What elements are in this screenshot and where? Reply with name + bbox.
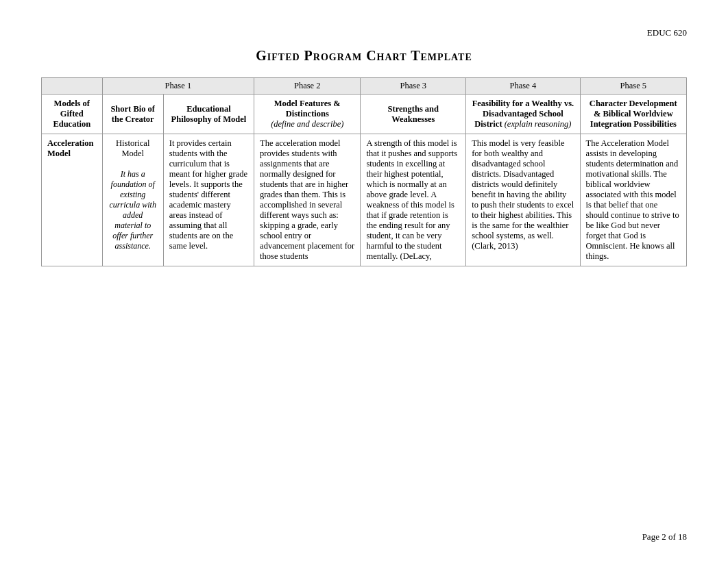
phase-header-row: Phase 1 Phase 2 Phase 3 Phase 4 Phase 5 xyxy=(42,78,687,95)
bio-text: It has a foundation of existing curricul… xyxy=(108,169,158,251)
model-name: Acceleration Model xyxy=(42,134,103,266)
features-cell: The acceleration model provides students… xyxy=(254,134,361,266)
col2-header: Short Bio of the Creator xyxy=(102,95,163,134)
col4-header: Model Features & Distinctions (define an… xyxy=(254,95,361,134)
strengths-cell: A strength of this model is that it push… xyxy=(361,134,466,266)
main-table: Phase 1 Phase 2 Phase 3 Phase 4 Phase 5 … xyxy=(41,77,687,266)
table-row: Acceleration Model Historical Model It h… xyxy=(42,134,687,266)
col-header-row: Models of Gifted Education Short Bio of … xyxy=(42,95,687,134)
bio-cell: Historical Model It has a foundation of … xyxy=(102,134,163,266)
course-code: EDUC 620 xyxy=(647,27,687,38)
phase-3-header: Phase 3 xyxy=(361,78,466,95)
character-cell: The Acceleration Model assists in develo… xyxy=(580,134,686,266)
col6-header: Feasibility for a Wealthy vs. Disadvanta… xyxy=(466,95,580,134)
col7-header: Character Development & Biblical Worldvi… xyxy=(580,95,686,134)
philosophy-cell: It provides certain students with the cu… xyxy=(163,134,254,266)
col5-header: Strengths and Weaknesses xyxy=(361,95,466,134)
col3-header: Educational Philosophy of Model xyxy=(163,95,254,134)
phase-empty-1 xyxy=(42,78,103,95)
phase-1-header: Phase 1 xyxy=(102,78,254,95)
page-title: Gifted Program Chart Template xyxy=(41,48,687,64)
page-number: Page 2 of 18 xyxy=(642,531,687,542)
feasibility-cell: This model is very feasible for both wea… xyxy=(466,134,580,266)
phase-2-header: Phase 2 xyxy=(254,78,361,95)
phase-5-header: Phase 5 xyxy=(580,78,686,95)
page-container: EDUC 620 Gifted Program Chart Template P… xyxy=(0,0,728,563)
col1-header: Models of Gifted Education xyxy=(42,95,103,134)
phase-4-header: Phase 4 xyxy=(466,78,580,95)
bio-title: Historical Model xyxy=(108,138,158,159)
